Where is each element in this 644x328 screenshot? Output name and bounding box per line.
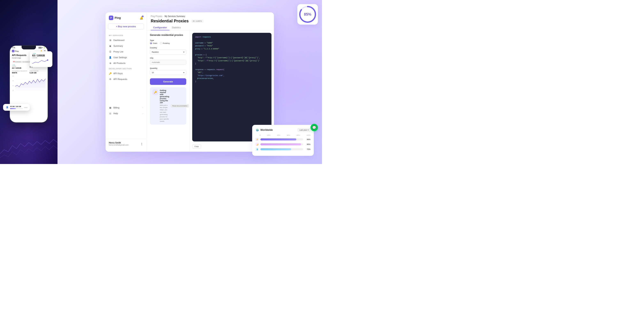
svg-point-0 [47, 59, 48, 61]
generate-button[interactable]: Generate [150, 78, 186, 85]
user-name: Henry Smith [109, 142, 128, 144]
world-icon: 🌍 [256, 128, 259, 132]
billing-icon: ▦ [109, 106, 112, 109]
phone-stat-ranged: USED RANGED 5.28 GB [30, 70, 46, 74]
tab-statistics[interactable]: Statistics [170, 25, 184, 30]
country-value: Random [152, 51, 159, 53]
read-documentation-button[interactable]: Read documentation [171, 104, 189, 107]
sidebar-item-api-requests[interactable]: ⚙ API Requests [106, 76, 146, 82]
api-requests-icon: ⚙ [109, 78, 112, 81]
chat-button[interactable]: 💬 [310, 124, 318, 131]
sidebar-item-user-settings[interactable]: 👤 User Settings [106, 54, 146, 60]
breadcrumb: Ping Proxies › My Services Summary [146, 12, 274, 17]
storage-info: 45 GB / 100 GB [10, 106, 23, 109]
dashboard-icon: ⊞ [109, 39, 112, 42]
stats-card: 🌍 Worldwide Last year ▾ 0 20% 40% 60% 80… [252, 125, 314, 156]
phone-requests-label: SUCCESSFUL REQUESTS [12, 70, 28, 72]
phone-stat-requests: SUCCESSFUL REQUESTS 90878 [12, 70, 28, 74]
phone-time: 9:41 [12, 47, 15, 49]
sidebar-item-summary[interactable]: ◉ Summary [106, 43, 146, 49]
config-panel: Generate residential proxies Type Static… [146, 30, 190, 152]
sidebar-item-billing-label: Billing [113, 106, 119, 109]
user-info: Henry Smith henry.smith@gmail.com [109, 142, 128, 146]
user-menu-button[interactable]: ⋮ [140, 142, 143, 146]
sidebar-item-api-keys-label: API Keys [113, 72, 122, 75]
city-field: City [150, 57, 186, 65]
type-static-radio[interactable]: Static [150, 42, 158, 44]
quantity-field: Quantity 10 ▾ [150, 67, 186, 75]
dash-sidebar: P Ping 🔔 2 + Buy new proxies MY SERVICES… [106, 12, 146, 152]
right-panel: 85% P Ping 🔔 2 + Buy new proxies MY SERV… [58, 0, 322, 164]
phone-ranged-value: 5.28 GB [30, 72, 46, 74]
quantity-select[interactable]: 10 ▾ [150, 70, 186, 75]
sidebar-item-all-products-label: All Products [113, 62, 126, 64]
storage-bar-fill [10, 108, 16, 109]
rotating-label: Rotating [163, 42, 170, 44]
usage-card: ↑9.5% 63 / 100GB USAGE [30, 51, 52, 67]
country-select[interactable]: Random ▾ [150, 50, 186, 54]
breadcrumb-separator: › [163, 15, 164, 17]
usage-mini-chart [32, 58, 49, 65]
static-label: Static [153, 42, 158, 44]
country-field: Country Random ▾ [150, 47, 186, 54]
notification-button[interactable]: 🔔 2 [140, 16, 143, 20]
dash-logo-icon: P [109, 15, 113, 20]
api-key-icon: 🔑 [152, 89, 158, 95]
stats-bar-track-2 [260, 143, 303, 145]
copy-button[interactable]: Copy [192, 144, 201, 149]
type-rotating-radio[interactable]: Rotating [160, 42, 170, 44]
country-label: Country [150, 47, 186, 49]
buy-new-proxies-button[interactable]: + Buy new proxies [108, 23, 144, 29]
quantity-chevron-icon: ▾ [184, 72, 184, 74]
sidebar-item-user-settings-label: User Settings [113, 56, 127, 59]
last-year-label: Last year [300, 129, 307, 131]
page-title: Residential Proxies [151, 19, 189, 23]
storage-text: 45 GB / 100 GB [10, 106, 23, 107]
sidebar-item-dashboard[interactable]: ⊞ Dashboard [106, 37, 146, 43]
all-products-icon: ⊕ [109, 62, 112, 65]
storage-pages: 25/10 [24, 107, 27, 108]
phone-notch [22, 46, 36, 49]
type-label: Type [150, 39, 186, 41]
phone-usage-label: USAGE [12, 66, 28, 67]
proxy-list-icon: ☰ [109, 50, 112, 53]
usage-card-label: USAGE [32, 57, 50, 58]
left-panel: ↑9.5% 63 / 100GB USAGE 9:41 ▐▐▐ ✦ 🔋 [0, 0, 58, 164]
sidebar-item-dashboard-label: Dashboard [113, 39, 124, 41]
phone-usage-value: 24 / 100GB [12, 67, 28, 69]
service-id-badge: ID: 110874 [191, 19, 204, 23]
stats-title-text: Worldwide [260, 129, 273, 131]
phone-ranged-label: USED RANGED [30, 70, 46, 72]
stats-bar-label-3: 72% [305, 148, 310, 150]
phone-line-chart [15, 75, 46, 91]
stats-card-title: 🌍 Worldwide [256, 128, 273, 132]
stats-card-header: 🌍 Worldwide Last year ▾ [256, 128, 310, 132]
sidebar-item-all-products[interactable]: ⊕ All Products [106, 60, 146, 66]
stats-bar-row-2: 🌙 95% [256, 143, 310, 146]
wave-chart [0, 123, 58, 164]
phone-date-range: 📅01/09/2023 – 01/10/2023 ▾ [12, 60, 31, 63]
sidebar-item-api-requests-label: API Requests [113, 78, 127, 80]
sidebar-item-help-label: Help [113, 112, 118, 115]
config-panel-title: Generate residential proxies [150, 34, 186, 36]
type-radio-group: Static Rotating [150, 42, 186, 44]
dashboard-window: P Ping 🔔 2 + Buy new proxies MY SERVICES… [106, 12, 274, 152]
usage-card-value: 63 / 100GB [32, 54, 50, 57]
bar-icon-2: 🌙 [256, 143, 259, 146]
notification-badge: 2 [142, 15, 144, 17]
dash-logo: P Ping [109, 15, 121, 20]
period-chevron-icon: ▾ [308, 129, 309, 131]
stats-bar-fill-1 [260, 138, 296, 141]
tab-configurator[interactable]: Configurator [151, 25, 170, 30]
city-input[interactable] [150, 60, 186, 65]
sidebar-item-proxy-list[interactable]: ☰ Proxy List [106, 49, 146, 54]
bar-icon-3: 💧 [256, 148, 259, 151]
last-year-button[interactable]: Last year ▾ [298, 128, 310, 132]
sidebar-item-help[interactable]: ◎ Help › [106, 111, 146, 116]
phone-chart: 80 60 40 20 [12, 75, 46, 91]
api-info-text-block: Getting started with generating proxies … [160, 89, 169, 123]
chat-icon: 💬 [312, 126, 316, 130]
circle-progress-text: 85% [304, 12, 311, 17]
sidebar-item-api-keys[interactable]: 🔑 API Keys [106, 71, 146, 76]
sidebar-item-billing[interactable]: ▦ Billing › [106, 105, 146, 111]
